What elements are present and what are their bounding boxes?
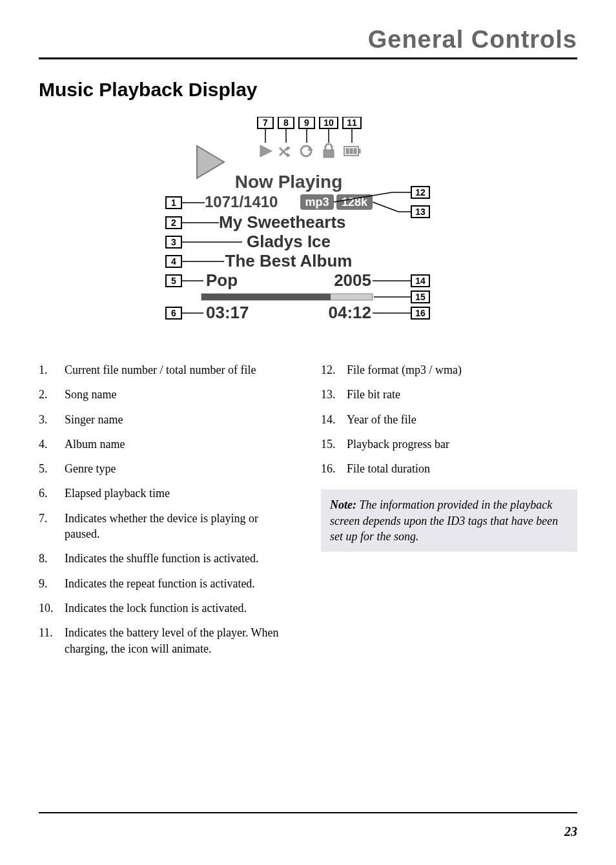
legend-item: Song name [39, 387, 295, 402]
svg-text:Pop: Pop [206, 270, 238, 290]
svg-text:2005: 2005 [334, 270, 371, 290]
svg-text:128k: 128k [342, 196, 368, 209]
legend-item: Current file number / total number of fi… [39, 362, 295, 378]
svg-text:5: 5 [171, 276, 176, 286]
svg-text:6: 6 [171, 308, 176, 318]
note-label: Note: [330, 498, 356, 511]
legend-item: Genre type [39, 461, 295, 476]
legend-item: Elapsed playback time [39, 485, 295, 501]
svg-text:8: 8 [283, 117, 289, 128]
svg-text:Now Playing: Now Playing [235, 172, 342, 192]
svg-text:mp3: mp3 [305, 196, 329, 209]
svg-text:3: 3 [171, 237, 176, 247]
svg-rect-21 [354, 148, 356, 154]
svg-rect-20 [350, 148, 353, 154]
svg-text:My Sweethearts: My Sweethearts [219, 212, 346, 232]
legend-item: Indicates the shuffle function is activa… [39, 551, 295, 566]
svg-text:13: 13 [415, 207, 426, 217]
legend-columns: Current file number / total number of fi… [39, 362, 577, 666]
page-number: 23 [564, 824, 577, 839]
legend-item: File total duration [321, 461, 577, 476]
svg-text:1: 1 [171, 198, 176, 208]
legend-item: File format (mp3 / wma) [321, 362, 577, 378]
svg-text:04:12: 04:12 [329, 303, 372, 322]
legend-item: Indicates the repeat function is activat… [39, 576, 295, 591]
svg-text:Gladys Ice: Gladys Ice [247, 232, 331, 251]
svg-text:The Best Album: The Best Album [225, 251, 353, 270]
note-text: The information provided in the playback… [330, 498, 558, 543]
svg-text:11: 11 [347, 117, 357, 128]
svg-text:16: 16 [415, 308, 426, 318]
legend-item: Indicates the battery level of the playe… [39, 625, 295, 656]
playback-display-diagram: 7 8 9 10 11 [134, 117, 482, 336]
svg-text:14: 14 [415, 276, 426, 286]
legend-list-left: Current file number / total number of fi… [39, 362, 295, 656]
legend-item: Indicates whether the device is playing … [39, 511, 295, 542]
svg-line-61 [373, 202, 398, 212]
svg-text:1071/1410: 1071/1410 [205, 193, 278, 210]
svg-text:2: 2 [171, 218, 176, 228]
svg-text:10: 10 [323, 117, 334, 128]
note-box: Note: The information provided in the pl… [321, 489, 577, 552]
footer-rule [39, 812, 577, 813]
legend-item: Year of the file [321, 412, 577, 427]
chapter-heading: General Controls [39, 26, 577, 59]
svg-rect-16 [323, 150, 334, 158]
legend-item: Indicates the lock function is activated… [39, 600, 295, 616]
svg-rect-18 [358, 149, 360, 153]
legend-item: Playback progress bar [321, 436, 577, 452]
svg-text:9: 9 [304, 117, 309, 128]
svg-text:7: 7 [263, 117, 268, 128]
section-title: Music Playback Display [39, 79, 577, 101]
svg-text:4: 4 [171, 256, 176, 267]
svg-rect-19 [346, 148, 349, 154]
svg-rect-34 [201, 294, 331, 300]
legend-item: Album name [39, 436, 295, 452]
svg-text:03:17: 03:17 [206, 303, 249, 322]
legend-item: Singer name [39, 412, 295, 427]
svg-text:12: 12 [415, 187, 426, 198]
legend-item: File bit rate [321, 387, 577, 402]
svg-text:15: 15 [415, 292, 426, 302]
legend-list-right: File format (mp3 / wma) File bit rate Ye… [321, 362, 577, 476]
